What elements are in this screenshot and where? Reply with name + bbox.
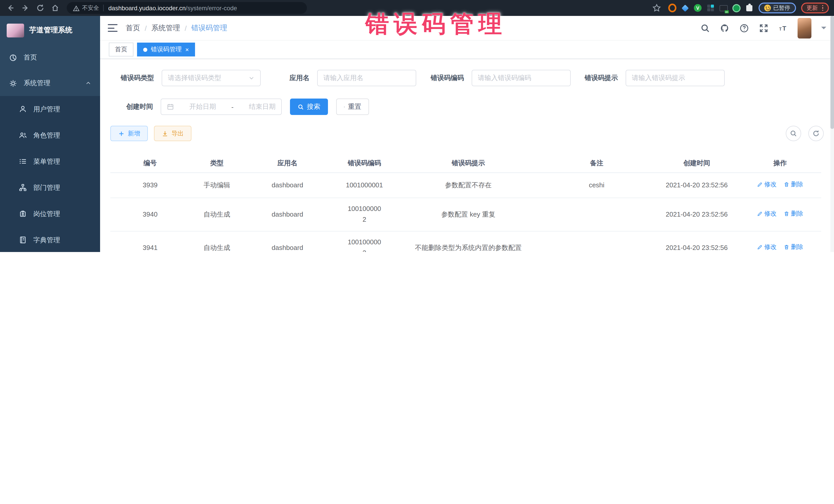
forward-icon[interactable] xyxy=(20,3,30,13)
ext-green-key-icon[interactable] xyxy=(732,4,740,12)
add-button-label: 新增 xyxy=(128,129,140,138)
search-button[interactable]: 搜索 xyxy=(290,98,328,115)
ext-green-v-icon[interactable]: V xyxy=(694,4,702,12)
sidebar-item-book[interactable]: 字典管理 xyxy=(0,227,100,252)
delete-link[interactable]: 删除 xyxy=(784,180,803,190)
bookmark-star-icon[interactable] xyxy=(652,4,661,12)
home-icon[interactable] xyxy=(50,3,60,13)
column-header: 类型 xyxy=(190,158,244,168)
date-range-picker[interactable]: 开始日期 - 结束日期 xyxy=(161,98,282,115)
start-date-placeholder: 开始日期 xyxy=(190,102,216,111)
refresh-icon[interactable] xyxy=(35,3,45,13)
url-divider xyxy=(103,5,104,11)
filter-row-1: 错误码类型 请选择错误码类型 应用名 请输入应用名 错误码编码 请输入错误码编码… xyxy=(110,70,824,86)
refresh-icon xyxy=(344,104,345,110)
cell-id: 3940 xyxy=(110,206,190,223)
url-bar[interactable]: 不安全 dashboard.yudao.iocoder.cn/system/er… xyxy=(67,2,307,14)
error-code-input[interactable]: 请输入错误码编码 xyxy=(471,70,571,86)
sidebar-item-tree[interactable]: 部门管理 xyxy=(0,175,100,201)
content: 错误码类型 请选择错误码类型 应用名 请输入应用名 错误码编码 请输入错误码编码… xyxy=(100,59,834,252)
page-scrollbar[interactable] xyxy=(830,16,834,252)
annotation-watermark: 错误码管理 xyxy=(366,8,507,40)
delete-link[interactable]: 删除 xyxy=(784,242,803,252)
table-tools xyxy=(786,126,824,141)
tab-home[interactable]: 首页 xyxy=(109,43,133,57)
tab-label: 首页 xyxy=(115,45,127,54)
tab-error-code[interactable]: 错误码管理× xyxy=(137,43,195,57)
edit-link[interactable]: 修改 xyxy=(757,209,776,219)
column-header: 创建时间 xyxy=(654,158,739,168)
ext-puzzle-icon[interactable] xyxy=(745,4,753,12)
edit-link[interactable]: 修改 xyxy=(757,242,776,252)
sidebar-item-label: 首页 xyxy=(24,53,37,62)
error-code-table: 编号类型应用名错误码编码错误码提示备注创建时间操作 3939手动编辑dashbo… xyxy=(110,153,821,252)
trash-icon xyxy=(784,211,789,217)
back-icon[interactable] xyxy=(5,3,15,13)
column-header: 备注 xyxy=(539,158,654,168)
users-icon xyxy=(19,131,27,139)
export-button-label: 导出 xyxy=(171,129,184,138)
app-name-input[interactable]: 请输入应用名 xyxy=(317,70,416,86)
sidebar-item-users[interactable]: 角色管理 xyxy=(0,122,100,148)
browser-update-button[interactable]: 更新 xyxy=(801,3,829,13)
edit-link[interactable]: 修改 xyxy=(757,180,776,190)
sidebar-item-gear[interactable]: 系统管理 xyxy=(0,70,100,96)
refresh-table-icon[interactable] xyxy=(808,126,824,141)
scrollbar-thumb[interactable] xyxy=(830,16,834,129)
cell-app: dashboard xyxy=(244,177,331,194)
pencil-icon xyxy=(757,182,763,187)
breadcrumb-item: 错误码管理 xyxy=(192,23,227,32)
ext-blue-gem-icon[interactable] xyxy=(681,4,689,12)
sidebar-item-label: 用户管理 xyxy=(34,105,60,114)
column-header: 应用名 xyxy=(244,158,331,168)
error-hint-label: 错误码提示 xyxy=(585,73,618,83)
home-icon xyxy=(9,53,17,62)
cell-memo xyxy=(539,245,654,251)
collapse-sidebar-icon[interactable] xyxy=(108,24,117,32)
table-row[interactable]: 3940自动生成dashboard100100000 2参数配置 key 重复2… xyxy=(110,198,821,232)
search-button-label: 搜索 xyxy=(307,102,320,111)
sidebar-item-badge[interactable]: 岗位管理 xyxy=(0,201,100,227)
breadcrumb: 首页/系统管理/错误码管理 xyxy=(126,23,227,32)
tree-icon xyxy=(19,183,27,192)
help-icon[interactable] xyxy=(739,23,749,33)
table-row[interactable]: 3939手动编辑dashboard1001000001参数配置不存在ceshi2… xyxy=(110,173,821,198)
toggle-search-icon[interactable] xyxy=(786,126,801,141)
sidebar-item-label: 岗位管理 xyxy=(34,209,60,218)
add-button[interactable]: 新增 xyxy=(110,126,148,141)
export-button[interactable]: 导出 xyxy=(154,126,192,141)
sidebar-item-menu-list[interactable]: 菜单管理 xyxy=(0,148,100,175)
error-hint-input[interactable]: 请输入错误码提示 xyxy=(626,70,725,86)
cell-id: 3939 xyxy=(110,177,190,194)
column-header: 错误码提示 xyxy=(398,158,539,168)
app-logo-row[interactable]: 芋道管理系统 xyxy=(0,16,100,45)
ext-on-switch-icon[interactable]: on xyxy=(719,4,727,12)
reset-button[interactable]: 重置 xyxy=(336,98,369,115)
github-icon[interactable] xyxy=(720,23,729,33)
paused-extension-badge[interactable]: 已暂停 xyxy=(758,3,796,13)
caret-down-icon[interactable] xyxy=(821,27,826,32)
book-icon xyxy=(19,236,27,244)
breadcrumb-separator: / xyxy=(145,24,147,32)
delete-link[interactable]: 删除 xyxy=(784,209,803,219)
sidebar-item-label: 角色管理 xyxy=(34,131,60,140)
cell-msg: 参数配置 key 重复 xyxy=(398,206,539,223)
download-icon xyxy=(162,130,168,137)
table-row[interactable]: 3941自动生成dashboard100100000 3不能删除类型为系统内置的… xyxy=(110,232,821,252)
fullscreen-icon[interactable] xyxy=(759,23,768,33)
user-avatar[interactable] xyxy=(797,18,811,38)
error-type-select[interactable]: 请选择错误码类型 xyxy=(162,70,261,86)
sidebar-item-home[interactable]: 首页 xyxy=(0,45,100,70)
column-header: 操作 xyxy=(739,158,821,168)
browser-menu-icon[interactable] xyxy=(822,5,823,11)
close-tab-icon[interactable]: × xyxy=(185,46,189,52)
sidebar-item-user[interactable]: 用户管理 xyxy=(0,96,100,122)
font-size-icon[interactable]: TT xyxy=(778,23,788,33)
ext-orange-ring-icon[interactable] xyxy=(668,4,676,12)
cell-time: 2021-04-20 23:52:56 xyxy=(654,239,739,252)
search-icon[interactable] xyxy=(700,23,710,33)
cell-type: 手动编辑 xyxy=(190,177,244,194)
breadcrumb-item[interactable]: 系统管理 xyxy=(151,23,180,32)
ext-grid-icon[interactable] xyxy=(706,4,715,12)
breadcrumb-item[interactable]: 首页 xyxy=(126,23,140,32)
